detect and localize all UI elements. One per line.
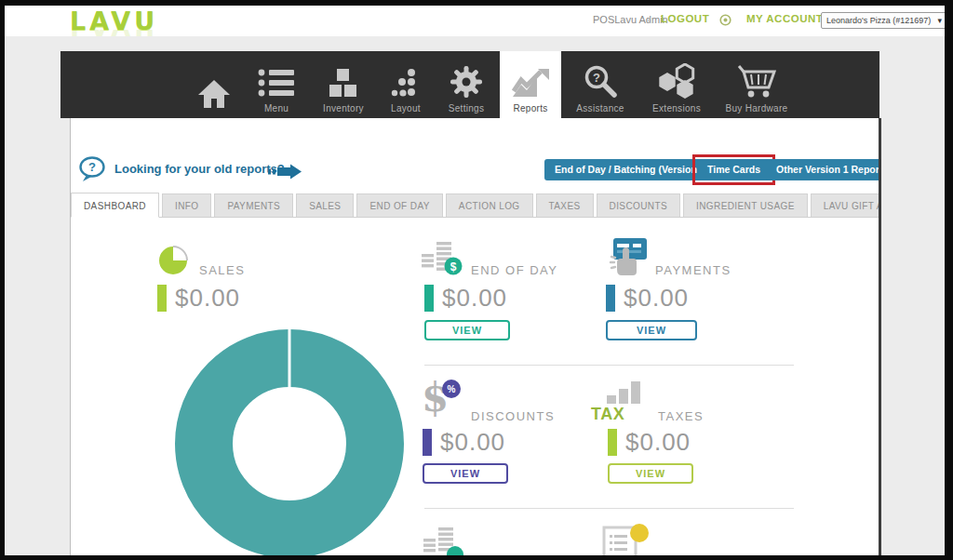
page-background: LAVU LAVU POSLavu Admin ‹ LOGOUT MY ACCO…	[5, 6, 945, 555]
tab-payments[interactable]: PAYMENTS	[214, 193, 293, 217]
logout-link[interactable]: LOGOUT	[661, 13, 709, 24]
reports-content-panel: ? Looking for your old reports? End of D…	[70, 118, 881, 555]
sales-amount-value: $0.00	[175, 284, 240, 313]
nav-item-menu[interactable]: Menu	[247, 51, 306, 118]
row-divider-2	[424, 508, 794, 509]
account-badge-icon	[719, 14, 732, 26]
partial-document-icon	[602, 524, 651, 555]
extensions-icon	[657, 63, 696, 99]
taxes-tax-text: TAX	[591, 405, 624, 424]
tab-sales[interactable]: SALES	[296, 193, 354, 217]
payments-amount-value: $0.00	[624, 284, 689, 313]
taxes-view-button[interactable]: VIEW	[608, 463, 693, 484]
nav-label-menu: Menu	[264, 103, 289, 113]
nav-label-inventory: Inventory	[323, 103, 364, 113]
arrow-right-icon	[268, 164, 303, 180]
report-tabs-bar: DASHBOARD INFO PAYMENTS SALES END OF DAY…	[71, 193, 881, 218]
lavu-logo-reflection: LAVU	[70, 30, 158, 41]
nav-item-layout[interactable]: Layout	[375, 51, 436, 118]
nav-label-settings: Settings	[449, 103, 485, 113]
svg-text:?: ?	[88, 160, 96, 174]
row-divider	[424, 365, 794, 366]
main-nav: Menu Inventory Layout	[60, 51, 879, 118]
tab-dashboard[interactable]: DASHBOARD	[71, 193, 159, 218]
sales-pie-icon	[157, 245, 189, 276]
nav-item-inventory[interactable]: Inventory	[308, 51, 379, 118]
old-reports-link[interactable]: Looking for your old reports?	[114, 162, 285, 176]
tab-ingredient-usage[interactable]: INGREDIENT USAGE	[683, 193, 808, 217]
layout-icon	[391, 68, 421, 99]
payments-amount-bar	[606, 285, 615, 312]
end-of-day-amount-value: $0.00	[442, 284, 507, 313]
my-account-link[interactable]: MY ACCOUNT	[746, 13, 823, 24]
chevron-left-icon: ‹	[647, 11, 651, 27]
taxes-amount: $0.00	[608, 428, 691, 457]
sales-donut-chart	[175, 328, 404, 555]
taxes-amount-bar	[608, 429, 617, 456]
discounts-view-button[interactable]: VIEW	[423, 463, 508, 484]
nav-label-extensions: Extensions	[652, 103, 701, 113]
tab-discounts[interactable]: DISCOUNTS	[597, 193, 681, 217]
partial-report-stack-icon	[423, 526, 464, 555]
other-version1-reports-button[interactable]: Other Version 1 Reports	[766, 159, 881, 180]
time-cards-button[interactable]: Time Cards	[697, 159, 771, 180]
svg-text:?: ?	[593, 71, 600, 85]
end-of-day-view-button[interactable]: VIEW	[424, 320, 510, 340]
tab-info[interactable]: INFO	[162, 193, 212, 217]
time-cards-highlight-box: Time Cards	[692, 154, 775, 185]
assistance-icon: ?	[584, 65, 617, 99]
discounts-amount-value: $0.00	[440, 428, 505, 457]
screenshot-frame: LAVU LAVU POSLavu Admin ‹ LOGOUT MY ACCO…	[0, 0, 953, 560]
taxes-card-title: TAXES	[658, 409, 704, 423]
home-icon	[197, 79, 231, 109]
svg-text:%: %	[448, 384, 456, 394]
tab-action-log[interactable]: ACTION LOG	[446, 193, 533, 217]
nav-item-extensions[interactable]: Extensions	[641, 51, 712, 118]
payments-view-button[interactable]: VIEW	[606, 320, 697, 340]
location-select[interactable]: Leonardo's Pizza (#121697) ▾	[821, 12, 945, 29]
tab-end-of-day[interactable]: END OF DAY	[356, 193, 442, 217]
end-of-day-amount: $0.00	[424, 284, 507, 313]
inventory-icon	[329, 68, 359, 99]
end-of-day-amount-bar	[424, 285, 434, 312]
nav-item-home[interactable]	[188, 51, 240, 118]
nav-label-assistance: Assistance	[576, 103, 624, 113]
svg-text:$: $	[450, 260, 457, 273]
sales-amount: $0.00	[157, 284, 240, 313]
top-bar: LAVU LAVU POSLavu Admin ‹ LOGOUT MY ACCO…	[5, 6, 945, 36]
nav-label-layout: Layout	[391, 103, 421, 113]
caret-down-icon: ▾	[937, 13, 942, 28]
reports-icon	[511, 68, 550, 99]
nav-item-settings[interactable]: Settings	[436, 51, 496, 118]
payments-amount: $0.00	[606, 284, 689, 313]
nav-label-reports: Reports	[513, 103, 547, 113]
payments-icon	[606, 236, 649, 279]
discounts-percent-badge-icon: %	[441, 379, 462, 399]
discounts-amount: $0.00	[423, 428, 505, 457]
taxes-bars-icon	[607, 381, 640, 404]
nav-item-assistance[interactable]: ? Assistance	[563, 51, 638, 118]
poslavu-admin-label: POSLavu Admin	[593, 14, 668, 25]
end-of-day-card-title: END OF DAY	[471, 263, 558, 277]
tab-taxes[interactable]: TAXES	[536, 193, 594, 217]
discounts-amount-bar	[423, 429, 432, 456]
location-select-value: Leonardo's Pizza (#121697)	[826, 16, 931, 25]
tab-lavu-gift-and-loyalty[interactable]: LAVU GIFT AND LOYALTY	[811, 193, 881, 217]
payments-card-title: PAYMENTS	[655, 263, 732, 277]
end-of-day-icon: $	[422, 238, 463, 277]
discounts-card-title: DISCOUNTS	[471, 409, 555, 423]
lavu-logo[interactable]: LAVU LAVU	[70, 7, 158, 35]
nav-item-reports[interactable]: Reports	[500, 51, 561, 118]
settings-icon	[450, 65, 483, 99]
menu-icon	[258, 68, 295, 99]
question-bubble-icon: ?	[79, 156, 109, 182]
buy-hardware-icon	[737, 65, 776, 99]
taxes-amount-value: $0.00	[625, 428, 691, 457]
sales-amount-bar	[157, 285, 167, 312]
sales-card-title: SALES	[199, 263, 245, 277]
nav-label-buy-hardware: Buy Hardware	[726, 103, 788, 113]
nav-item-buy-hardware[interactable]: Buy Hardware	[712, 51, 801, 118]
